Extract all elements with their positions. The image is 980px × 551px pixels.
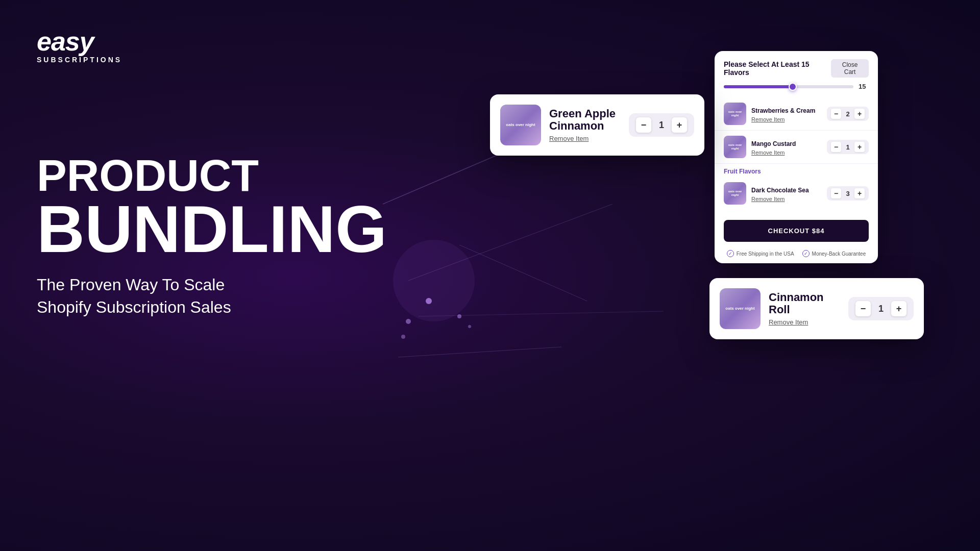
cart-title: Please Select At Least 15 Flavors	[724, 60, 831, 77]
mango-qty-value: 1	[844, 143, 851, 151]
strawberries-qty-value: 2	[844, 110, 851, 118]
cart-header: Please Select At Least 15 Flavors Close …	[715, 51, 878, 83]
strawberries-info: Strawberries & Cream Remove Item	[751, 106, 822, 122]
checkout-section: CHECKOUT $84	[715, 214, 878, 246]
strawberries-img-label: oats over night	[724, 109, 746, 118]
cart-item-dark-chocolate: oats over night Dark Chocolate Sea Remov…	[715, 177, 878, 210]
checkout-button[interactable]: CHECKOUT $84	[724, 220, 869, 242]
green-apple-qty-increase[interactable]: +	[672, 117, 687, 133]
dark-choc-image: oats over night	[724, 182, 746, 205]
logo: easy SUBSCRIPTIONS	[37, 28, 122, 64]
dark-choc-qty-value: 3	[844, 190, 851, 197]
cart-item-strawberries: oats over night Strawberries & Cream Rem…	[715, 97, 878, 131]
checkout-badges: ✓ Free Shipping in the USA ✓ Money-Back …	[715, 246, 878, 263]
green-apple-qty-decrease[interactable]: −	[636, 117, 651, 133]
cart-panel: Please Select At Least 15 Flavors Close …	[715, 51, 878, 263]
mango-info: Mango Custard Remove Item	[751, 139, 822, 156]
cinnamon-roll-qty-increase[interactable]: +	[891, 301, 906, 316]
cart-item-mango: oats over night Mango Custard Remove Ite…	[715, 131, 878, 164]
cinnamon-roll-img-label: oats over night	[725, 306, 754, 311]
green-apple-name: Green Apple Cinnamon	[549, 108, 621, 132]
strawberries-image: oats over night	[724, 103, 746, 125]
hero-section: PRODUCT BUNDLING The Proven Way To Scale…	[37, 153, 387, 319]
progress-thumb	[789, 83, 797, 91]
section-label-fruit: Fruit Flavors	[715, 164, 878, 177]
progress-fill	[724, 85, 793, 88]
mango-image: oats over night	[724, 136, 746, 158]
logo-easy: easy	[37, 28, 122, 55]
shipping-check-icon: ✓	[727, 250, 734, 257]
dark-choc-name: Dark Chocolate Sea	[751, 187, 809, 194]
shipping-badge: ✓ Free Shipping in the USA	[727, 250, 794, 257]
mango-qty-decrease[interactable]: −	[831, 142, 841, 152]
strawberries-name: Strawberries & Cream	[751, 107, 815, 114]
guarantee-badge: ✓ Money-Back Guarantee	[802, 250, 866, 257]
strawberries-qty-control: − 2 +	[827, 107, 869, 121]
mango-qty-increase[interactable]: +	[854, 142, 865, 152]
progress-bar-section: 15	[715, 83, 878, 97]
hero-line1: PRODUCT	[37, 153, 387, 198]
mango-img-inner: oats over night	[724, 136, 746, 158]
hero-line2: BUNDLING	[37, 198, 387, 261]
mango-remove-button[interactable]: Remove Item	[751, 149, 785, 156]
dark-choc-remove-button[interactable]: Remove Item	[751, 196, 785, 202]
strawberries-img-inner: oats over night	[724, 103, 746, 125]
cart-items-list: oats over night Strawberries & Cream Rem…	[715, 97, 878, 214]
green-apple-qty-value: 1	[656, 120, 667, 131]
dark-choc-info: Dark Chocolate Sea Remove Item	[751, 185, 822, 202]
cinnamon-roll-info: Cinnamon Roll Remove Item	[769, 291, 840, 326]
hero-subtitle-line2: Shopify Subscription Sales	[37, 298, 231, 316]
mango-name: Mango Custard	[751, 140, 796, 147]
guarantee-label: Money-Back Guarantee	[812, 251, 866, 257]
green-apple-remove-button[interactable]: Remove Item	[549, 135, 589, 142]
cinnamon-roll-image: oats over night	[720, 288, 761, 329]
strawberries-remove-button[interactable]: Remove Item	[751, 116, 785, 122]
dark-choc-img-inner: oats over night	[724, 182, 746, 205]
floating-card-cinnamon-roll: oats over night Cinnamon Roll Remove Ite…	[709, 278, 924, 339]
guarantee-check-icon: ✓	[802, 250, 810, 257]
strawberries-qty-increase[interactable]: +	[854, 109, 865, 119]
green-apple-image: oats over night	[500, 105, 541, 145]
mango-qty-control: − 1 +	[827, 140, 869, 154]
shipping-label: Free Shipping in the USA	[737, 251, 794, 257]
hero-subtitle: The Proven Way To Scale Shopify Subscrip…	[37, 273, 387, 319]
cinnamon-roll-remove-button[interactable]: Remove Item	[769, 318, 808, 326]
mango-img-label: oats over night	[724, 142, 746, 151]
green-apple-img-label: oats over night	[506, 122, 535, 128]
dark-choc-img-label: oats over night	[724, 189, 746, 197]
cinnamon-roll-qty-decrease[interactable]: −	[855, 301, 871, 316]
cinnamon-roll-qty-value: 1	[876, 304, 886, 314]
floating-card-green-apple: oats over night Green Apple Cinnamon Rem…	[490, 94, 704, 156]
progress-track	[724, 85, 853, 88]
hero-subtitle-line1: The Proven Way To Scale	[37, 276, 225, 294]
close-cart-button[interactable]: Close Cart	[831, 59, 869, 78]
green-apple-qty-control: − 1 +	[629, 113, 694, 137]
cinnamon-roll-name: Cinnamon Roll	[769, 291, 840, 316]
logo-subscriptions: SUBSCRIPTIONS	[37, 56, 122, 64]
green-apple-info: Green Apple Cinnamon Remove Item	[549, 108, 621, 142]
dark-choc-qty-decrease[interactable]: −	[831, 188, 841, 198]
dark-choc-qty-increase[interactable]: +	[854, 188, 865, 198]
cinnamon-roll-qty-control: − 1 +	[848, 297, 914, 320]
progress-max: 15	[859, 83, 869, 90]
strawberries-qty-decrease[interactable]: −	[831, 109, 841, 119]
dark-choc-qty-control: − 3 +	[827, 186, 869, 201]
